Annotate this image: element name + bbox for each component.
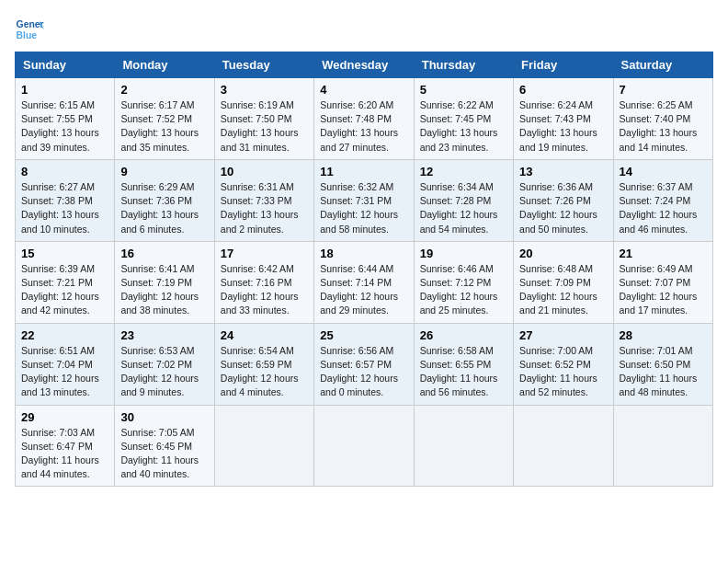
day-detail: Sunrise: 7:05 AMSunset: 6:45 PMDaylight:… [120,426,208,482]
calendar-cell [514,405,613,487]
day-detail: Sunrise: 6:19 AMSunset: 7:50 PMDaylight:… [221,98,308,155]
day-detail: Sunrise: 6:25 AMSunset: 7:40 PMDaylight:… [620,98,707,155]
day-number: 19 [420,247,507,260]
weekday-header: Monday [115,52,214,78]
calendar-cell: 30Sunrise: 7:05 AMSunset: 6:45 PMDayligh… [115,405,214,487]
day-detail: Sunrise: 6:31 AMSunset: 7:33 PMDaylight:… [221,180,308,236]
calendar-cell: 22Sunrise: 6:51 AMSunset: 7:04 PMDayligh… [16,323,115,405]
day-detail: Sunrise: 6:42 AMSunset: 7:16 PMDaylight:… [221,262,308,318]
calendar-cell: 26Sunrise: 6:58 AMSunset: 6:55 PMDayligh… [414,323,513,405]
day-number: 4 [320,83,407,97]
day-number: 16 [120,247,208,260]
calendar-cell [613,405,712,487]
day-number: 14 [620,165,707,178]
calendar-week-row: 22Sunrise: 6:51 AMSunset: 7:04 PMDayligh… [16,323,713,405]
day-number: 29 [21,410,108,424]
calendar-cell: 29Sunrise: 7:03 AMSunset: 6:47 PMDayligh… [16,405,115,487]
day-number: 7 [620,83,707,97]
day-number: 2 [120,83,208,97]
day-number: 27 [519,328,607,342]
calendar-cell: 8Sunrise: 6:27 AMSunset: 7:38 PMDaylight… [16,159,115,241]
day-detail: Sunrise: 6:34 AMSunset: 7:28 PMDaylight:… [420,180,507,236]
calendar-cell: 6Sunrise: 6:24 AMSunset: 7:43 PMDaylight… [514,78,613,160]
calendar-header: SundayMondayTuesdayWednesdayThursdayFrid… [16,52,713,78]
day-detail: Sunrise: 6:54 AMSunset: 6:59 PMDaylight:… [221,344,308,400]
day-detail: Sunrise: 6:48 AMSunset: 7:09 PMDaylight:… [519,262,607,318]
calendar-cell: 25Sunrise: 6:56 AMSunset: 6:57 PMDayligh… [314,323,414,405]
day-detail: Sunrise: 7:01 AMSunset: 6:50 PMDaylight:… [620,344,707,400]
calendar-cell: 1Sunrise: 6:15 AMSunset: 7:55 PMDaylight… [16,78,115,160]
day-detail: Sunrise: 6:27 AMSunset: 7:38 PMDaylight:… [21,180,108,236]
day-detail: Sunrise: 6:49 AMSunset: 7:07 PMDaylight:… [620,262,707,318]
day-detail: Sunrise: 6:36 AMSunset: 7:26 PMDaylight:… [519,180,607,236]
day-number: 12 [420,165,507,178]
day-detail: Sunrise: 6:41 AMSunset: 7:19 PMDaylight:… [120,262,208,318]
svg-text:Blue: Blue [17,30,38,40]
day-number: 17 [221,247,308,260]
day-detail: Sunrise: 6:46 AMSunset: 7:12 PMDaylight:… [420,262,507,318]
logo: General Blue [15,15,48,44]
day-number: 30 [120,410,208,424]
day-number: 9 [120,165,208,178]
weekday-header: Wednesday [314,52,414,78]
calendar-cell: 13Sunrise: 6:36 AMSunset: 7:26 PMDayligh… [514,159,613,241]
day-number: 18 [320,247,407,260]
calendar-cell: 21Sunrise: 6:49 AMSunset: 7:07 PMDayligh… [613,241,712,323]
day-number: 21 [620,247,707,260]
day-detail: Sunrise: 6:15 AMSunset: 7:55 PMDaylight:… [21,98,108,155]
day-detail: Sunrise: 6:17 AMSunset: 7:52 PMDaylight:… [120,98,208,155]
calendar-cell: 10Sunrise: 6:31 AMSunset: 7:33 PMDayligh… [214,159,313,241]
day-detail: Sunrise: 6:58 AMSunset: 6:55 PMDaylight:… [420,344,507,400]
calendar-cell: 19Sunrise: 6:46 AMSunset: 7:12 PMDayligh… [414,241,513,323]
calendar-cell: 14Sunrise: 6:37 AMSunset: 7:24 PMDayligh… [613,159,712,241]
calendar-cell [314,405,414,487]
day-number: 28 [620,328,707,342]
calendar-cell: 3Sunrise: 6:19 AMSunset: 7:50 PMDaylight… [214,78,313,160]
day-detail: Sunrise: 6:22 AMSunset: 7:45 PMDaylight:… [420,98,507,155]
day-detail: Sunrise: 6:56 AMSunset: 6:57 PMDaylight:… [320,344,407,400]
calendar-cell: 17Sunrise: 6:42 AMSunset: 7:16 PMDayligh… [214,241,313,323]
day-detail: Sunrise: 6:37 AMSunset: 7:24 PMDaylight:… [620,180,707,236]
day-number: 3 [221,83,308,97]
weekday-row: SundayMondayTuesdayWednesdayThursdayFrid… [16,52,713,78]
day-number: 20 [519,247,607,260]
day-number: 26 [420,328,507,342]
day-number: 11 [320,165,407,178]
calendar-cell: 11Sunrise: 6:32 AMSunset: 7:31 PMDayligh… [314,159,414,241]
day-number: 8 [21,165,108,178]
day-number: 13 [519,165,607,178]
day-detail: Sunrise: 6:53 AMSunset: 7:02 PMDaylight:… [120,344,208,400]
day-detail: Sunrise: 6:32 AMSunset: 7:31 PMDaylight:… [320,180,407,236]
day-number: 1 [21,83,108,97]
day-detail: Sunrise: 6:20 AMSunset: 7:48 PMDaylight:… [320,98,407,155]
calendar-table: SundayMondayTuesdayWednesdayThursdayFrid… [15,52,713,487]
day-number: 24 [221,328,308,342]
calendar-cell: 28Sunrise: 7:01 AMSunset: 6:50 PMDayligh… [613,323,712,405]
day-number: 10 [221,165,308,178]
day-number: 23 [120,328,208,342]
weekday-header: Tuesday [214,52,313,78]
calendar-week-row: 29Sunrise: 7:03 AMSunset: 6:47 PMDayligh… [16,405,713,487]
calendar-cell: 7Sunrise: 6:25 AMSunset: 7:40 PMDaylight… [613,78,712,160]
day-number: 25 [320,328,407,342]
weekday-header: Saturday [613,52,712,78]
weekday-header: Thursday [414,52,513,78]
calendar-week-row: 1Sunrise: 6:15 AMSunset: 7:55 PMDaylight… [16,78,713,160]
weekday-header: Friday [514,52,613,78]
calendar-body: 1Sunrise: 6:15 AMSunset: 7:55 PMDaylight… [16,78,713,487]
day-number: 15 [21,247,108,260]
day-number: 22 [21,328,108,342]
calendar-cell [214,405,313,487]
calendar-cell: 23Sunrise: 6:53 AMSunset: 7:02 PMDayligh… [115,323,214,405]
day-detail: Sunrise: 6:29 AMSunset: 7:36 PMDaylight:… [120,180,208,236]
day-detail: Sunrise: 6:39 AMSunset: 7:21 PMDaylight:… [21,262,108,318]
calendar-cell: 5Sunrise: 6:22 AMSunset: 7:45 PMDaylight… [414,78,513,160]
day-detail: Sunrise: 6:44 AMSunset: 7:14 PMDaylight:… [320,262,407,318]
calendar-cell: 20Sunrise: 6:48 AMSunset: 7:09 PMDayligh… [514,241,613,323]
calendar-cell: 4Sunrise: 6:20 AMSunset: 7:48 PMDaylight… [314,78,414,160]
day-detail: Sunrise: 6:24 AMSunset: 7:43 PMDaylight:… [519,98,607,155]
logo-icon: General Blue [15,15,44,44]
calendar-cell: 18Sunrise: 6:44 AMSunset: 7:14 PMDayligh… [314,241,414,323]
day-detail: Sunrise: 7:00 AMSunset: 6:52 PMDaylight:… [519,344,607,400]
calendar-week-row: 8Sunrise: 6:27 AMSunset: 7:38 PMDaylight… [16,159,713,241]
